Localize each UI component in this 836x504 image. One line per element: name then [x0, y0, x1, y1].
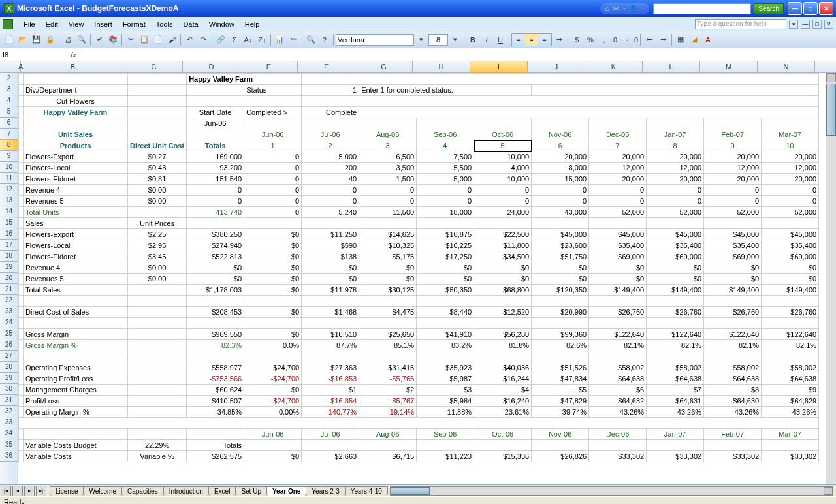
cell[interactable]: Jun-06	[244, 129, 302, 140]
cell[interactable]	[187, 351, 244, 362]
cell[interactable]: $122,640	[704, 329, 762, 340]
cell[interactable]	[417, 351, 474, 362]
cell[interactable]: 8,000	[532, 163, 589, 174]
cell[interactable]	[302, 318, 359, 329]
cell[interactable]: $208,453	[187, 307, 244, 318]
print-icon[interactable]: 🖨	[61, 33, 74, 46]
select-all-corner[interactable]	[0, 61, 18, 72]
cell[interactable]: $9	[762, 385, 819, 396]
cell[interactable]: $0.81	[128, 174, 187, 185]
cell[interactable]: $4,475	[359, 307, 417, 318]
cell[interactable]	[128, 285, 187, 296]
home-icon[interactable]: ⌂	[605, 5, 610, 12]
cell[interactable]: $58,002	[762, 362, 819, 373]
cell[interactable]: $64,631	[647, 396, 704, 407]
cell[interactable]: 0	[532, 185, 589, 196]
cell[interactable]	[244, 440, 302, 451]
cell[interactable]: Enter 1 for completed status.	[359, 85, 532, 96]
cell[interactable]: $35,400	[589, 240, 647, 251]
cell[interactable]: $1,178,003	[187, 285, 244, 296]
cell[interactable]: 82.1%	[589, 340, 647, 351]
cell[interactable]: $122,640	[589, 329, 647, 340]
cell[interactable]: 0	[302, 185, 359, 196]
cell[interactable]: 0	[417, 185, 474, 196]
cell[interactable]: Variable Costs Budget	[24, 440, 128, 451]
cell[interactable]: $35,400	[704, 240, 762, 251]
cell[interactable]: 20,000	[647, 174, 704, 185]
cell[interactable]	[704, 118, 762, 129]
cell[interactable]: $0	[417, 274, 474, 285]
cell[interactable]	[244, 296, 302, 307]
cell[interactable]: $5,175	[359, 251, 417, 262]
open-icon[interactable]: 📂	[16, 33, 29, 46]
cell[interactable]	[359, 96, 819, 107]
cell[interactable]: Jan-07	[647, 429, 704, 440]
cell[interactable]: 0	[704, 185, 762, 196]
doc-max-button[interactable]: □	[812, 20, 822, 29]
cell[interactable]: $56,280	[474, 329, 532, 340]
help-input[interactable]	[695, 19, 786, 29]
cell[interactable]: 0	[187, 185, 244, 196]
cut-icon[interactable]: ✂	[124, 33, 137, 46]
cell[interactable]	[19, 174, 24, 185]
cell[interactable]: Revenues 5	[24, 274, 128, 285]
cell[interactable]: $11,223	[417, 451, 474, 462]
cell[interactable]: $34,500	[474, 251, 532, 262]
cell[interactable]	[19, 207, 24, 218]
cell[interactable]: $33,302	[647, 451, 704, 462]
cell[interactable]: 20,000	[647, 151, 704, 163]
cell[interactable]: 6	[532, 140, 589, 151]
cell[interactable]: 20,000	[532, 151, 589, 163]
colh-G[interactable]: G	[355, 61, 413, 72]
cell[interactable]	[19, 407, 24, 418]
rowh-24[interactable]: 24	[0, 317, 18, 328]
cell[interactable]: 52,000	[762, 207, 819, 218]
cell[interactable]: -$16,853	[302, 373, 359, 385]
cell[interactable]	[532, 296, 589, 307]
cell[interactable]: 39.74%	[532, 407, 589, 418]
cell[interactable]: 12,000	[647, 163, 704, 174]
name-box[interactable]: I8	[0, 48, 65, 61]
cell[interactable]: $45,000	[704, 229, 762, 240]
help-icon[interactable]: ?	[318, 33, 331, 46]
cell[interactable]: $58,002	[589, 362, 647, 373]
cell[interactable]: $69,000	[589, 251, 647, 262]
cell[interactable]: -$5,765	[359, 373, 417, 385]
undo-icon[interactable]: ↶	[183, 33, 196, 46]
sheet-tab[interactable]: Capacities	[121, 486, 164, 496]
cell[interactable]: 9	[704, 140, 762, 151]
cell[interactable]	[589, 440, 647, 451]
cell[interactable]: Direct Unit Cost	[128, 140, 187, 151]
cell[interactable]	[532, 351, 589, 362]
cell[interactable]	[187, 296, 244, 307]
cell[interactable]: 0	[302, 196, 359, 207]
cell[interactable]: $2	[359, 385, 417, 396]
cell[interactable]: $64,638	[589, 373, 647, 385]
cell[interactable]: $4	[474, 385, 532, 396]
cell[interactable]	[19, 274, 24, 285]
cell[interactable]: Totals	[187, 140, 244, 151]
rowh-14[interactable]: 14	[0, 206, 18, 217]
menu-window[interactable]: Window	[204, 19, 240, 29]
cell[interactable]: 413,740	[187, 207, 244, 218]
cell[interactable]: $149,400	[762, 285, 819, 296]
sheet-tab[interactable]: Years 4-10	[345, 486, 388, 496]
cell[interactable]: 85.1%	[359, 340, 417, 351]
rowh-13[interactable]: 13	[0, 195, 18, 206]
cell[interactable]	[762, 118, 819, 129]
cell[interactable]: $2,663	[302, 451, 359, 462]
cell[interactable]: $0	[244, 251, 302, 262]
sheet-tab[interactable]: Years 2-3	[306, 486, 345, 496]
rowh-18[interactable]: 18	[0, 251, 18, 262]
cell[interactable]: 0	[244, 151, 302, 163]
cell[interactable]: $26,760	[589, 307, 647, 318]
cell[interactable]: Direct Cost of Sales	[24, 307, 128, 318]
tab-last-icon[interactable]: ▸|	[36, 486, 46, 496]
cell[interactable]: Sales	[24, 218, 128, 229]
cell[interactable]: Flowers-Export	[24, 151, 128, 163]
paste-icon[interactable]: 📄	[152, 33, 165, 46]
cell[interactable]	[302, 351, 359, 362]
cell[interactable]	[532, 118, 589, 129]
horizontal-scrollbar[interactable]	[390, 486, 833, 496]
cell[interactable]: $0	[244, 307, 302, 318]
